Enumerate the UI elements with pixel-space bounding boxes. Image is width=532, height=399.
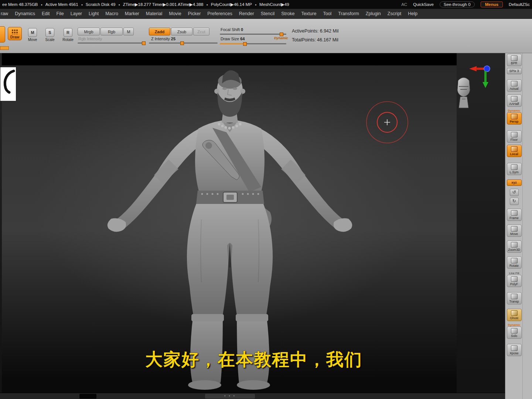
status-item: MeshCount▶49 (259, 2, 289, 7)
menu-picker[interactable]: Picker (185, 10, 204, 18)
menu-preferences[interactable]: Preferences (204, 10, 235, 18)
stroke-curve-icon (0, 67, 16, 101)
current-brush-partial[interactable] (0, 26, 5, 42)
shelf-bpr-button[interactable]: BPR (507, 54, 522, 66)
z-intensity-value: 25 (171, 37, 175, 41)
shelf-frame-button[interactable]: Frame (507, 209, 522, 221)
menu-layer[interactable]: Layer (67, 10, 85, 18)
scrollbar-grip[interactable]: • • • (205, 394, 255, 399)
shelf-floor-button[interactable]: Floor (507, 130, 522, 143)
rgb-button[interactable]: Rgb (100, 28, 123, 35)
polyf-icon (511, 276, 518, 282)
menu-zscript[interactable]: Zscript (384, 10, 405, 18)
menu-raw[interactable]: raw (0, 10, 11, 18)
move-tool-button[interactable]: M Move (26, 28, 39, 42)
shelf-ghost-button[interactable]: Ghost (507, 309, 522, 321)
material-preview-head[interactable] (455, 74, 472, 110)
horizontal-scrollbar[interactable]: • • • (0, 393, 505, 399)
floor-icon (511, 132, 518, 137)
actual-icon (511, 81, 518, 86)
dynamic-mode-label[interactable]: Dynamic (274, 36, 288, 40)
shelf-actual-button[interactable]: Actual (507, 79, 522, 92)
focal-shift-value: 0 (241, 27, 243, 32)
shelf-aahalf-button[interactable]: AAHalf (507, 95, 522, 107)
menu-movie[interactable]: Movie (166, 10, 184, 18)
transp-icon (511, 294, 518, 299)
menus-button[interactable]: Menus (481, 1, 503, 7)
rgb-intensity-slider[interactable] (78, 42, 145, 44)
shelf-polyf-button[interactable]: PolyF (507, 275, 522, 287)
bpr-icon (511, 55, 518, 61)
menu-bar: rawDynamicsEditFileLayerLightMacroMarker… (0, 9, 532, 19)
shelf-transp-button[interactable]: Transp (507, 292, 522, 304)
draw-size-label: Draw Size 64 (221, 37, 245, 41)
z-intensity-slider[interactable] (149, 42, 218, 44)
shelf-xyz-button[interactable]: xyz (507, 180, 522, 186)
right-tray: BPRSPix 3ActualAAHalfDynamicPerspFloorLo… (505, 53, 532, 399)
draw-size-slider[interactable] (220, 43, 286, 44)
shelf-move-button[interactable]: Move (507, 225, 522, 237)
z-intensity-label: Z Intensity 25 (151, 37, 175, 41)
local-icon (511, 146, 518, 152)
menu-stencil[interactable]: Stencil (258, 10, 278, 18)
status-separator: ● (255, 3, 256, 6)
shelf-xpose-button[interactable]: Xpose (507, 344, 522, 356)
zcut-button[interactable]: Zcut (193, 28, 209, 35)
m-button[interactable]: M (123, 28, 134, 35)
menu-file[interactable]: File (53, 10, 67, 18)
menu-help[interactable]: Help (405, 10, 421, 18)
top-shelf: Draw M Move S Scale R Rotate Mrgb Rgb M … (0, 19, 532, 53)
zsub-button[interactable]: Zsub (171, 28, 192, 35)
frame-icon (511, 210, 518, 216)
canvas-area[interactable]: 大家好，在本教程中，我们 (0, 53, 505, 399)
xpose-icon (511, 345, 518, 351)
document-name: DefaultZSc (509, 2, 530, 7)
shelf-rotate-button[interactable]: Rotate (507, 256, 522, 269)
zadd-button[interactable]: Zadd (149, 28, 170, 35)
status-item: Active Mem 4561 (45, 2, 78, 7)
draw-size-value: 64 (240, 37, 245, 41)
shelf-zoom3d-button[interactable]: Zoom3D (507, 241, 522, 253)
shelf-lsym-button[interactable]: L.Sym (507, 163, 522, 175)
shelf-local-button[interactable]: Local (507, 145, 522, 157)
move-tool-icon: M (28, 28, 37, 37)
mrgb-button[interactable]: Mrgb (78, 28, 100, 35)
menu-material[interactable]: Material (143, 10, 166, 18)
status-right: AC QuickSave See-through 0 Menus Default… (401, 1, 530, 7)
subtitle-text: 大家好，在本教程中，我们 (145, 348, 362, 371)
status-item: ZTime▶18.277 Timer▶0.001 ATime▶4.388 (123, 2, 204, 7)
draw-tool-button[interactable]: Draw (8, 27, 22, 40)
shelf-solo-button[interactable]: Solo (507, 327, 522, 339)
focal-shift-slider[interactable] (220, 34, 286, 35)
shelf-persp-button[interactable]: Persp (507, 112, 522, 125)
scale-tool-button[interactable]: S Scale (43, 28, 57, 42)
menu-marker[interactable]: Marker (122, 10, 143, 18)
status-separator: ● (118, 3, 120, 6)
document-canvas[interactable]: 大家好，在本教程中，我们 (2, 53, 457, 393)
main-area: 大家好，在本教程中，我们 (0, 53, 532, 399)
focal-shift-label: Focal Shift 0 (221, 27, 243, 32)
shelf-rotate-ccw-icon[interactable]: ↺ (510, 189, 519, 196)
scrollbar-handle[interactable] (79, 394, 96, 399)
menu-render[interactable]: Render (236, 10, 258, 18)
quicksave-button[interactable]: QuickSave (413, 2, 434, 7)
shelf-rotate-cw-icon[interactable]: ↻ (510, 198, 519, 205)
menu-light[interactable]: Light (85, 10, 102, 18)
move-icon (511, 226, 518, 232)
menu-macro[interactable]: Macro (102, 10, 122, 18)
menu-transform[interactable]: Transform (335, 10, 362, 18)
menu-edit[interactable]: Edit (38, 10, 53, 18)
menu-zplugin[interactable]: Zplugin (362, 10, 384, 18)
menu-texture[interactable]: Texture (298, 10, 320, 18)
rotate-tool-button[interactable]: R Rotate (61, 28, 75, 42)
shelf-spix-button[interactable]: SPix 3 (507, 68, 522, 74)
see-through-slider[interactable]: See-through 0 (440, 1, 475, 7)
menu-stroke[interactable]: Stroke (278, 10, 298, 18)
ghost-icon (511, 310, 518, 316)
solo-icon (511, 328, 518, 334)
sculpt-model-character (2, 53, 457, 393)
menu-tool[interactable]: Tool (320, 10, 335, 18)
menu-dynamics[interactable]: Dynamics (11, 10, 38, 18)
status-separator: ● (41, 3, 42, 6)
draw-dots-icon (11, 29, 18, 34)
